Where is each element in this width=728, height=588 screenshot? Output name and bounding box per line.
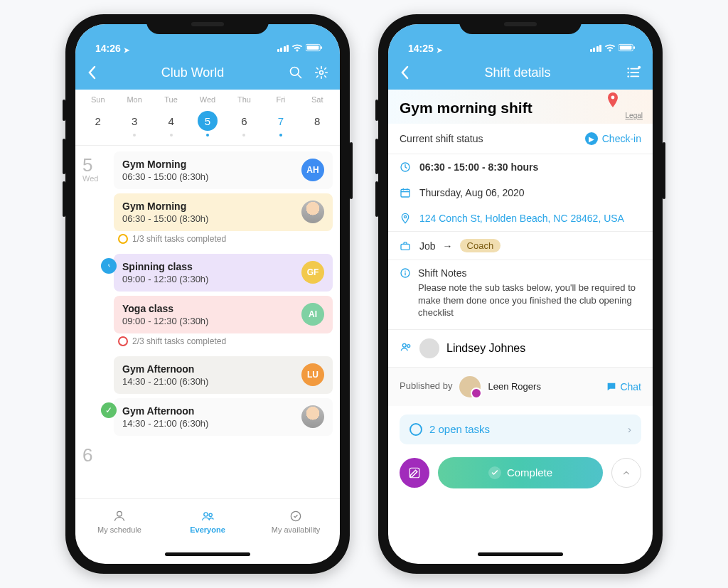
- svg-point-16: [627, 72, 629, 74]
- svg-point-5: [320, 71, 323, 75]
- job-label: Job: [419, 240, 436, 252]
- address-text: 124 Conch St, Holden Beach, NC 28462, US…: [419, 213, 624, 224]
- check-icon: [488, 466, 501, 479]
- notch: [459, 14, 582, 34]
- notes-label: Shift Notes: [418, 267, 641, 279]
- back-button[interactable]: [400, 65, 410, 80]
- day-number: 2: [88, 111, 108, 131]
- signal-icon: [590, 45, 602, 52]
- day-of-week: Sat: [299, 95, 336, 104]
- shift-title: Gym Morning: [122, 201, 294, 212]
- shift-time: 09:00 - 12:30 (3:30h): [122, 274, 294, 284]
- open-tasks-bar[interactable]: 2 open tasks ›: [400, 415, 641, 444]
- list-icon-button[interactable]: [626, 65, 641, 80]
- day-of-week: Thu: [226, 95, 262, 104]
- progress-ring-icon: [118, 234, 128, 244]
- tab-everyone[interactable]: Everyone: [164, 499, 252, 544]
- day-of-week: Tue: [153, 95, 189, 104]
- shift-title: Spinning class: [122, 261, 294, 272]
- assignee-name: Lindsey Johnes: [446, 342, 525, 355]
- day-label: 5 Wed: [82, 151, 114, 436]
- day-number: 4: [161, 111, 181, 131]
- chat-button[interactable]: Chat: [606, 381, 641, 392]
- progress-ring-icon: [410, 423, 422, 436]
- shift-card[interactable]: Spinning class09:00 - 12:30 (3:30h)GF: [114, 254, 333, 292]
- svg-point-32: [402, 343, 406, 347]
- app-header: Club World: [75, 55, 340, 90]
- settings-button[interactable]: [314, 65, 328, 80]
- week-day[interactable]: Wed5: [189, 95, 225, 138]
- address-row[interactable]: 124 Conch St, Holden Beach, NC 28462, US…: [388, 205, 653, 232]
- svg-rect-12: [620, 46, 632, 50]
- shift-title: Gym Morning: [122, 159, 294, 170]
- week-day[interactable]: Tue4: [153, 95, 189, 138]
- header-title: Club World: [97, 65, 289, 80]
- checkin-button[interactable]: ▶ Check-in: [585, 132, 641, 145]
- day-number: 3: [124, 111, 144, 131]
- header-title: Shift details: [410, 65, 626, 80]
- shift-card[interactable]: ✓Gym Afternoon14:30 - 21:00 (6:30h): [114, 398, 333, 436]
- shift-detail-scroll[interactable]: Gym morning shift Legal Current shift st…: [388, 90, 653, 544]
- week-day[interactable]: Thu6: [226, 95, 262, 138]
- tab-label: Everyone: [190, 525, 225, 534]
- people-icon: [400, 341, 412, 356]
- tab-availability[interactable]: My availability: [252, 499, 340, 544]
- svg-point-27: [404, 215, 406, 218]
- back-button[interactable]: [87, 65, 97, 80]
- edit-button[interactable]: [400, 458, 429, 488]
- complete-button[interactable]: Complete: [438, 457, 603, 488]
- detail-header: Gym morning shift Legal: [388, 90, 653, 124]
- signal-icon: [277, 45, 289, 52]
- assignee-row: Lindsey Johnes: [388, 330, 653, 368]
- day-number: 6: [234, 111, 254, 131]
- week-day[interactable]: Sun2: [80, 95, 116, 138]
- shift-card[interactable]: Gym Morning06:30 - 15:00 (8:30h): [114, 193, 333, 231]
- clock-icon: [400, 161, 412, 173]
- shift-time: 06:30 - 15:00 (8:30h): [122, 213, 294, 224]
- map-pin-icon: [607, 92, 619, 111]
- shift-card[interactable]: Gym Morning06:30 - 15:00 (8:30h)AH: [114, 151, 333, 189]
- legal-link[interactable]: Legal: [626, 112, 643, 119]
- svg-rect-2: [321, 46, 322, 49]
- week-day[interactable]: Mon3: [116, 95, 152, 138]
- status-time: 14:26: [95, 43, 121, 54]
- arrow-icon: →: [443, 240, 453, 252]
- svg-point-30: [405, 271, 406, 272]
- tab-my-schedule[interactable]: My schedule: [75, 499, 164, 544]
- battery-icon: [306, 43, 323, 54]
- phone-right: 14:25 ➤ Shift details: [378, 14, 663, 574]
- tab-label: My availability: [272, 525, 320, 534]
- publisher-name: Leen Rogers: [488, 381, 540, 392]
- day-of-week: Mon: [116, 95, 152, 104]
- shift-notes: Shift Notes Please note the sub tasks be…: [388, 260, 653, 330]
- shift-card[interactable]: Gym Afternoon14:30 - 21:00 (6:30h)LU: [114, 356, 333, 394]
- shift-card[interactable]: Yoga class09:00 - 12:30 (3:30h)AI: [114, 296, 333, 333]
- shift-tasks-progress: 1/3 shift tasks completed: [114, 231, 333, 250]
- shift-tasks-progress: 2/3 shift tasks completed: [114, 333, 333, 352]
- check-badge-icon: ✓: [101, 402, 117, 418]
- avatar: [459, 376, 481, 397]
- job-pill: Coach: [460, 239, 501, 252]
- avatar: [419, 338, 439, 358]
- week-day[interactable]: Sat8: [299, 95, 336, 138]
- svg-line-4: [298, 75, 301, 78]
- week-day[interactable]: Fri7: [262, 95, 299, 138]
- week-strip: Sun2Mon3Tue4Wed5Thu6Fri7Sat8: [75, 90, 340, 146]
- day-number: 8: [307, 111, 327, 131]
- svg-rect-13: [633, 46, 635, 49]
- search-button[interactable]: [289, 65, 303, 80]
- location-icon: ➤: [124, 46, 129, 54]
- shift-list[interactable]: 5 Wed Gym Morning06:30 - 15:00 (8:30h)AH…: [75, 146, 340, 498]
- avatar: AI: [301, 303, 324, 326]
- shift-time: 14:30 - 21:00 (6:30h): [122, 418, 294, 429]
- avatar: [301, 201, 324, 223]
- scroll-up-button[interactable]: [611, 458, 641, 488]
- info-icon: [400, 267, 411, 282]
- calendar-icon: [400, 187, 412, 198]
- shift-status-row: Current shift status ▶ Check-in: [388, 124, 653, 154]
- tab-bar: My schedule Everyone My availability: [75, 498, 340, 544]
- svg-rect-28: [401, 244, 410, 250]
- job-row: Job → Coach: [388, 232, 653, 260]
- svg-point-33: [407, 344, 410, 347]
- svg-point-14: [627, 68, 629, 70]
